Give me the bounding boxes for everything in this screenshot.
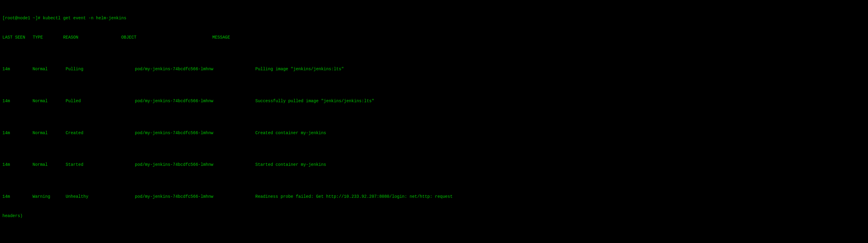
table-row: 14mNormalPullingpod/my-jenkins-74bcdfc56… <box>2 66 866 73</box>
lastseen: 14m <box>2 98 32 105</box>
lastseen: 14m <box>2 66 32 73</box>
object: pod/my-jenkins-74bcdfc566-lmhnw <box>135 66 255 73</box>
message: Created container my-jenkins <box>255 130 326 137</box>
table-row: 14mNormalStartedpod/my-jenkins-74bcdfc56… <box>2 162 866 168</box>
object: pod/my-jenkins-74bcdfc566-lmhnw <box>135 130 255 137</box>
reason: Created <box>66 130 135 137</box>
prompt-text: [root@node1 ~]# kubectl get event -n hel… <box>2 16 126 21</box>
table-row: 14mNormalPulledpod/my-jenkins-74bcdfc566… <box>2 98 866 105</box>
header-row: LAST SEEN TYPE REASON OBJECT MESSAGE <box>2 34 866 41</box>
message: Successfully pulled image "jenkins/jenki… <box>255 98 374 105</box>
type: Warning <box>32 193 66 200</box>
message: Readiness probe failed: Get http://10.23… <box>255 193 453 200</box>
reason: Pulled <box>66 98 135 105</box>
prompt-line: [root@node1 ~]# kubectl get event -n hel… <box>2 15 866 22</box>
reason: Unhealthy <box>66 193 135 200</box>
type: Normal <box>32 130 66 137</box>
header-text: LAST SEEN TYPE REASON OBJECT MESSAGE <box>2 35 230 40</box>
lastseen: 14m <box>2 130 32 137</box>
reason: Started <box>66 162 135 168</box>
message: Pulling image "jenkins/jenkins:lts" <box>255 66 344 73</box>
terminal: [root@node1 ~]# kubectl get event -n hel… <box>2 2 866 243</box>
type: Normal <box>32 66 66 73</box>
table-row: 14mWarningUnhealthypod/my-jenkins-74bcdf… <box>2 193 866 200</box>
table-row: 14mNormalCreatedpod/my-jenkins-74bcdfc56… <box>2 130 866 137</box>
lastseen: 14m <box>2 162 32 168</box>
lastseen: 14m <box>2 193 32 200</box>
type: Normal <box>32 98 66 105</box>
continued-line: headers) <box>2 213 866 219</box>
type: Normal <box>32 162 66 168</box>
message: Started container my-jenkins <box>255 162 326 168</box>
object: pod/my-jenkins-74bcdfc566-lmhnw <box>135 162 255 168</box>
object: pod/my-jenkins-74bcdfc566-lmhnw <box>135 193 255 200</box>
object: pod/my-jenkins-74bcdfc566-lmhnw <box>135 98 255 105</box>
reason: Pulling <box>66 66 135 73</box>
